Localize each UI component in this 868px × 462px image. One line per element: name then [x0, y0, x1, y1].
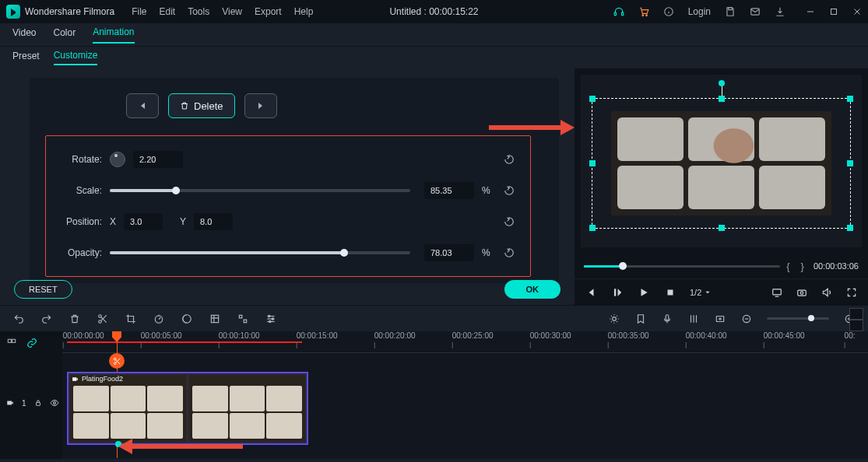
next-keyframe-button[interactable] — [244, 93, 277, 118]
menu-edit[interactable]: Edit — [160, 6, 176, 17]
svg-rect-40 — [12, 339, 16, 342]
rotate-input[interactable] — [133, 151, 183, 168]
resize-handle-bl[interactable] — [589, 225, 596, 231]
timeline-clip[interactable]: PlatingFood2 — [67, 372, 308, 445]
clip-name: PlatingFood2 — [82, 375, 123, 383]
speed-icon[interactable] — [153, 313, 165, 325]
timeline-link-icon[interactable] — [26, 338, 37, 348]
resize-handle-tl[interactable] — [589, 96, 596, 102]
play-icon[interactable] — [637, 285, 651, 299]
zoom-out-icon[interactable] — [740, 313, 753, 325]
split-icon[interactable] — [97, 313, 109, 325]
marker-icon[interactable] — [634, 313, 647, 325]
svg-rect-13 — [614, 289, 616, 296]
menu-help[interactable]: Help — [294, 6, 314, 17]
menu-view[interactable]: View — [222, 6, 242, 17]
window-maximize-icon[interactable] — [829, 7, 838, 16]
adjust-icon[interactable] — [265, 313, 277, 325]
mail-icon[interactable] — [750, 6, 761, 17]
track-visibility-icon[interactable] — [50, 398, 59, 408]
subtab-customize[interactable]: Customize — [54, 50, 98, 65]
resize-handle-br[interactable] — [847, 225, 853, 231]
mark-out-icon[interactable]: } — [801, 261, 804, 272]
render-icon[interactable] — [714, 313, 726, 325]
download-icon[interactable] — [775, 6, 785, 17]
window-close-icon[interactable] — [852, 7, 862, 16]
pos-y-input[interactable] — [194, 213, 233, 230]
motion-tracking-icon[interactable] — [237, 313, 249, 325]
tab-video[interactable]: Video — [12, 27, 36, 43]
mark-in-icon[interactable]: { — [786, 261, 789, 272]
preview-image — [611, 111, 831, 215]
tab-color[interactable]: Color — [53, 27, 76, 43]
subtab-preset[interactable]: Preset — [12, 51, 40, 65]
resize-handle-mb[interactable] — [719, 225, 725, 231]
info-icon[interactable] — [663, 6, 674, 17]
rotate-knob[interactable] — [110, 152, 125, 167]
redo-icon[interactable] — [40, 313, 53, 325]
play-pause-icon[interactable] — [610, 285, 624, 299]
resize-handle-ml[interactable] — [589, 160, 596, 166]
transform-bounding-box[interactable] — [592, 98, 851, 229]
opacity-reset-icon[interactable] — [504, 247, 515, 258]
menu-export[interactable]: Export — [255, 6, 282, 17]
delete-keyframe-button[interactable]: Delete — [168, 93, 235, 118]
opacity-percent: % — [482, 247, 493, 258]
zoom-slider[interactable] — [767, 317, 829, 320]
track-lock-icon[interactable] — [34, 399, 42, 407]
undo-icon[interactable] — [12, 313, 25, 325]
svg-rect-7 — [729, 8, 733, 10]
brand-text: Wondershare Filmora — [25, 6, 114, 17]
rotate-handle[interactable] — [719, 80, 725, 86]
scale-input[interactable] — [424, 182, 474, 199]
position-reset-icon[interactable] — [504, 216, 515, 227]
crop-icon[interactable] — [125, 313, 137, 325]
volume-icon[interactable] — [820, 285, 834, 299]
prev-keyframe-button[interactable] — [126, 93, 159, 118]
resize-handle-mt[interactable] — [719, 96, 725, 102]
scale-reset-icon[interactable] — [504, 185, 515, 196]
inspector-tabs: Video Color Animation — [0, 23, 868, 47]
opacity-input[interactable] — [424, 244, 474, 261]
svg-point-28 — [272, 317, 273, 319]
timeline-manage-icon[interactable] — [6, 338, 17, 348]
scale-slider[interactable] — [110, 189, 410, 192]
ok-button[interactable]: OK — [504, 280, 561, 299]
svg-rect-42 — [36, 403, 40, 406]
timeline-ruler[interactable]: 00:00:00:00 00:00:05:00 00:00:10:00 00:0… — [62, 331, 868, 353]
audio-mixer-icon[interactable] — [687, 313, 700, 325]
scissors-marker-icon[interactable] — [109, 353, 125, 369]
animation-subtabs: Preset Customize — [0, 47, 868, 68]
tab-animation[interactable]: Animation — [93, 26, 134, 44]
reset-button[interactable]: RESET — [14, 280, 72, 299]
resize-handle-mr[interactable] — [847, 160, 853, 166]
opacity-slider[interactable] — [110, 251, 410, 254]
login-button[interactable]: Login — [688, 6, 711, 17]
snapshot-icon[interactable] — [795, 285, 809, 299]
color-icon[interactable] — [181, 313, 193, 325]
window-minimize-icon[interactable] — [806, 7, 815, 16]
svg-rect-32 — [716, 316, 723, 321]
save-icon[interactable] — [725, 6, 736, 17]
delete-icon[interactable] — [69, 313, 81, 325]
display-icon[interactable] — [770, 285, 784, 299]
green-screen-icon[interactable] — [209, 313, 221, 325]
render-bar — [67, 341, 302, 343]
pos-x-input[interactable] — [124, 213, 163, 230]
rotate-reset-icon[interactable] — [504, 154, 515, 165]
voiceover-icon[interactable] — [661, 313, 673, 325]
step-back-icon[interactable] — [584, 285, 598, 299]
brightness-icon[interactable] — [608, 313, 620, 325]
stop-icon[interactable] — [663, 285, 677, 299]
headset-icon[interactable] — [613, 6, 624, 17]
timeline-canvas[interactable]: 00:00:00:00 00:00:05:00 00:00:10:00 00:0… — [62, 331, 868, 459]
preview-seek-slider[interactable] — [584, 265, 780, 268]
playhead-icon[interactable] — [112, 331, 121, 342]
menu-tools[interactable]: Tools — [188, 6, 209, 17]
resize-handle-tr[interactable] — [847, 96, 853, 102]
fullscreen-icon[interactable] — [845, 285, 859, 299]
cart-icon[interactable] — [638, 6, 649, 17]
preview-viewport[interactable] — [581, 75, 862, 247]
playback-speed-dropdown[interactable]: 1/2 — [690, 288, 711, 297]
menu-file[interactable]: File — [132, 6, 146, 17]
